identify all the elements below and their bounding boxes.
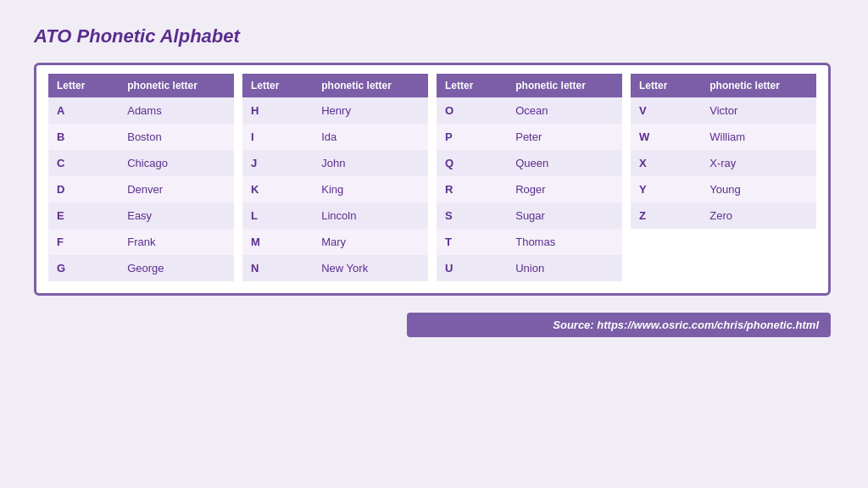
cell-letter: A	[48, 97, 119, 124]
cell-letter: X	[631, 150, 701, 176]
cell-letter: O	[437, 97, 507, 124]
table-row: AAdams	[48, 97, 234, 124]
cell-letter: N	[242, 255, 313, 281]
cell-phonetic: Union	[507, 255, 622, 281]
table-row: YYoung	[631, 176, 816, 202]
col-header-phonetic-3: phonetic letter	[507, 74, 622, 97]
col-header-letter-2: Letter	[242, 74, 313, 97]
table-row: VVictor	[631, 97, 816, 124]
table-row: JJohn	[242, 150, 428, 176]
page-title: ATO Phonetic Alphabet	[34, 25, 240, 47]
table-row: CChicago	[48, 150, 234, 176]
table-row: BBoston	[48, 124, 234, 150]
table-row: XX-ray	[631, 150, 816, 176]
cell-letter: S	[437, 202, 507, 229]
cell-phonetic: Adams	[119, 97, 234, 124]
cell-letter: Y	[631, 176, 701, 202]
table-row: PPeter	[437, 124, 622, 150]
table-row: SSugar	[437, 202, 622, 229]
table-row: FFrank	[48, 229, 234, 255]
cell-letter: T	[437, 229, 507, 255]
table-row: UUnion	[437, 255, 622, 281]
cell-phonetic: Henry	[313, 97, 428, 124]
cell-phonetic: Lincoln	[313, 202, 428, 229]
cell-letter: L	[242, 202, 313, 229]
cell-phonetic: Ida	[313, 124, 428, 150]
bottom-section: Source: https://www.osric.com/chris/phon…	[34, 304, 831, 337]
table-group-3: Letter phonetic letter OOceanPPeterQQuee…	[437, 74, 622, 281]
table-row: TThomas	[437, 229, 622, 255]
phonetic-table-3: Letter phonetic letter OOceanPPeterQQuee…	[437, 74, 622, 281]
cell-letter: U	[437, 255, 507, 281]
table-row: OOcean	[437, 97, 622, 124]
cell-phonetic: Sugar	[507, 202, 622, 229]
table-row: EEasy	[48, 202, 234, 229]
cell-phonetic: Ocean	[507, 97, 622, 124]
cell-letter: W	[631, 124, 701, 150]
cell-letter: Q	[437, 150, 507, 176]
tables-row: Letter phonetic letter AAdamsBBostonCChi…	[48, 74, 816, 281]
cell-phonetic: Mary	[313, 229, 428, 255]
cell-phonetic: Victor	[701, 97, 816, 124]
cell-phonetic: Denver	[119, 176, 234, 202]
table-row: KKing	[242, 176, 428, 202]
cell-phonetic: Frank	[119, 229, 234, 255]
cell-phonetic: John	[313, 150, 428, 176]
cell-phonetic: King	[313, 176, 428, 202]
col-header-letter-4: Letter	[631, 74, 701, 97]
table-row: GGeorge	[48, 255, 234, 281]
phonetic-table-4: Letter phonetic letter VVictorWWilliamXX…	[631, 74, 816, 229]
col-header-phonetic-2: phonetic letter	[313, 74, 428, 97]
cell-letter: K	[242, 176, 313, 202]
cell-letter: R	[437, 176, 507, 202]
col-header-letter-3: Letter	[437, 74, 507, 97]
cell-letter: J	[242, 150, 313, 176]
cell-phonetic: Easy	[119, 202, 234, 229]
table-row: WWilliam	[631, 124, 816, 150]
cell-phonetic: Queen	[507, 150, 622, 176]
cell-letter: I	[242, 124, 313, 150]
cell-letter: Z	[631, 202, 701, 229]
cell-letter: G	[48, 255, 119, 281]
phonetic-table-2: Letter phonetic letter HHenryIIdaJJohnKK…	[242, 74, 428, 281]
cell-letter: D	[48, 176, 119, 202]
cell-letter: M	[242, 229, 313, 255]
col-header-phonetic-1: phonetic letter	[119, 74, 234, 97]
cell-phonetic: Zero	[701, 202, 816, 229]
cell-phonetic: X-ray	[701, 150, 816, 176]
col-header-phonetic-4: phonetic letter	[701, 74, 816, 97]
cell-letter: E	[48, 202, 119, 229]
table-row: QQueen	[437, 150, 622, 176]
table-row: NNew York	[242, 255, 428, 281]
phonetic-table-1: Letter phonetic letter AAdamsBBostonCChi…	[48, 74, 234, 281]
cell-phonetic: Thomas	[507, 229, 622, 255]
table-row: DDenver	[48, 176, 234, 202]
table-group-4: Letter phonetic letter VVictorWWilliamXX…	[631, 74, 816, 281]
main-container: Letter phonetic letter AAdamsBBostonCChi…	[34, 63, 831, 296]
table-row: HHenry	[242, 97, 428, 124]
table-row: MMary	[242, 229, 428, 255]
cell-letter: P	[437, 124, 507, 150]
cell-letter: F	[48, 229, 119, 255]
cell-phonetic: Chicago	[119, 150, 234, 176]
cell-phonetic: George	[119, 255, 234, 281]
table-row: RRoger	[437, 176, 622, 202]
cell-phonetic: Young	[701, 176, 816, 202]
cell-letter: C	[48, 150, 119, 176]
cell-phonetic: Boston	[119, 124, 234, 150]
cell-letter: V	[631, 97, 701, 124]
cell-letter: H	[242, 97, 313, 124]
cell-phonetic: Roger	[507, 176, 622, 202]
table-group-2: Letter phonetic letter HHenryIIdaJJohnKK…	[242, 74, 428, 281]
col-header-letter-1: Letter	[48, 74, 119, 97]
cell-phonetic: New York	[313, 255, 428, 281]
cell-phonetic: William	[701, 124, 816, 150]
source-bar: Source: https://www.osric.com/chris/phon…	[407, 313, 831, 337]
cell-phonetic: Peter	[507, 124, 622, 150]
table-row: LLincoln	[242, 202, 428, 229]
table-row: IIda	[242, 124, 428, 150]
table-group-1: Letter phonetic letter AAdamsBBostonCChi…	[48, 74, 234, 281]
table-row: ZZero	[631, 202, 816, 229]
cell-letter: B	[48, 124, 119, 150]
